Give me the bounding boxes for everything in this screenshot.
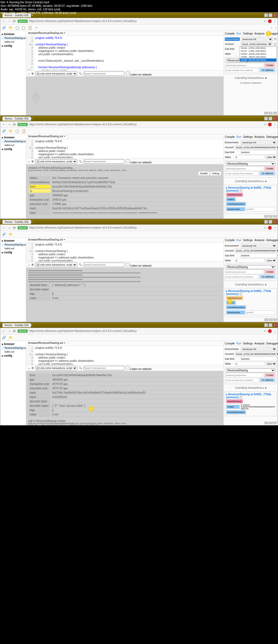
numshareholders-button[interactable]: numShareholders <box>226 410 246 414</box>
search-icon[interactable]: 🔍 <box>79 366 82 369</box>
code-editor[interactable]: pragma solidity ^0.4.8; contract Revenue… <box>34 139 223 158</box>
sidebar-browser[interactable]: ▸ browser <box>1 135 25 139</box>
filter-select[interactable]: [2] only remix transactions, script <box>35 159 77 164</box>
ataddress-button[interactable]: At Address <box>260 171 275 176</box>
load-input[interactable] <box>226 68 258 72</box>
details-button[interactable]: Details <box>198 171 210 176</box>
sidebar-file-ballot[interactable]: ballot.sol <box>1 350 25 354</box>
back-icon[interactable]: ← <box>2 226 6 230</box>
account-select[interactable]: 0xca3...a733c (99.999999999999970590 <box>235 352 278 356</box>
editor-tab[interactable]: browser/RevenueSharing.sol × <box>26 341 68 346</box>
reload-icon[interactable]: ⟳ <box>13 329 16 333</box>
tab-settings[interactable]: Settings <box>243 342 253 345</box>
filter-select[interactable]: [2] only remix transactions, script <box>35 263 77 267</box>
folder-icon[interactable]: 📁 <box>9 26 13 30</box>
tab-run[interactable]: Run <box>236 342 241 345</box>
reload-icon[interactable]: ⟳ <box>13 19 16 23</box>
tab-settings[interactable]: Settings <box>243 239 253 242</box>
listen-label[interactable]: Listen on network <box>126 366 151 371</box>
load-input[interactable] <box>226 171 258 176</box>
env-select[interactable]: JavaScript VM <box>241 37 273 41</box>
sidebar-browser[interactable]: ▸ browser <box>1 32 25 36</box>
extension-icon[interactable] <box>268 19 272 23</box>
minimize-icon[interactable]: – <box>264 13 268 17</box>
listen-label[interactable]: Listen on network <box>126 159 151 164</box>
ataddress-button[interactable]: At Address <box>260 378 275 382</box>
gas-input[interactable] <box>241 253 277 258</box>
create-button[interactable]: Create <box>264 63 275 67</box>
search-icon[interactable]: 🔍 <box>79 263 82 266</box>
account-select[interactable]: 0xca3...a733c (99.999999999999970590 <box>235 145 278 150</box>
reload-icon[interactable]: ⟳ <box>13 122 16 127</box>
terminal-area[interactable] <box>26 76 223 115</box>
menu-icon[interactable]: ⋮ <box>273 226 276 229</box>
back-icon[interactable]: ← <box>2 329 6 333</box>
instance-header[interactable]: ▸ RevenueSharing at 0x692...77b3a (memor… <box>226 186 275 192</box>
forward-icon[interactable]: → <box>7 226 11 230</box>
account-option[interactable]: 0x4b0...4d2db (100 ether) <box>240 52 276 55</box>
link-icon[interactable]: 🔗 <box>2 26 6 30</box>
create-button[interactable]: Create <box>264 373 275 377</box>
creator-button[interactable]: creator <box>226 197 236 201</box>
value-input[interactable] <box>236 362 265 366</box>
extension-icon[interactable] <box>268 226 272 230</box>
close-icon[interactable]: × <box>273 323 277 327</box>
stop-icon[interactable]: ■ <box>265 76 267 79</box>
filter-select[interactable]: [2] only remix transactions, script <box>35 71 77 76</box>
url-text[interactable]: https://remix.ethereum.org/#optimize=fal… <box>29 329 262 332</box>
back-icon[interactable]: ← <box>2 122 6 127</box>
tab-compile[interactable]: Compile <box>225 32 235 35</box>
create-input[interactable] <box>226 373 263 377</box>
ataddress-button[interactable]: At Address <box>260 275 275 279</box>
numshareholders-button[interactable]: numShareholders <box>226 305 246 309</box>
shareholders-input[interactable] <box>246 207 275 211</box>
gas-input[interactable] <box>241 357 277 361</box>
url-text[interactable]: https://remix.ethereum.org/#optimize=fal… <box>29 20 262 23</box>
search-input[interactable] <box>84 263 124 267</box>
value-input[interactable] <box>236 258 265 263</box>
sidebar-file-revenue[interactable]: RevenueSharing.sol <box>1 139 25 143</box>
account-option[interactable]: 0x147...c160c (100 ether) <box>240 49 276 52</box>
env-select[interactable]: JavaScript VM <box>241 244 277 248</box>
maximize-icon[interactable]: □ <box>268 13 272 17</box>
forward-icon[interactable]: → <box>7 19 11 23</box>
tab-analysis[interactable]: Analysis <box>254 342 264 345</box>
code-editor[interactable]: pragma solidity ^0.4.8; contract Revenue… <box>34 346 223 365</box>
sharerevenue-button[interactable]: shareRevenue <box>226 193 243 197</box>
close-icon[interactable]: × <box>273 220 277 224</box>
sidebar-config[interactable]: ▸ config <box>1 250 25 254</box>
value-unit[interactable]: ether <box>266 362 277 366</box>
maximize-icon[interactable]: □ <box>268 220 272 224</box>
tab-run[interactable]: Run <box>236 135 241 138</box>
create-input[interactable] <box>226 63 263 67</box>
value-input[interactable] <box>236 155 265 159</box>
sidebar-file-revenue[interactable]: RevenueSharing.sol <box>1 243 25 247</box>
editor-tab[interactable]: browser/RevenueSharing.sol × <box>26 31 68 36</box>
minimize-icon[interactable]: – <box>264 323 268 327</box>
terminal-area[interactable]: from0xca35b7d915458ef540ade6068dfe2f44e8… <box>26 371 223 425</box>
tab-settings[interactable]: Settings <box>243 32 253 35</box>
search-input[interactable] <box>84 71 124 76</box>
sidebar-config[interactable]: ▸ config <box>1 44 25 48</box>
info-icon[interactable]: ⓘ <box>274 37 277 41</box>
sharerevenue-button[interactable]: shareRevenue <box>226 399 243 403</box>
account-option[interactable]: 0x583...40225 (100 ether) <box>240 55 276 58</box>
browser-tab[interactable]: Remix - Solidity IDE <box>2 220 31 224</box>
reload-icon[interactable]: ⟳ <box>13 226 16 230</box>
tab-analysis[interactable]: Analysis <box>254 32 264 35</box>
tab-debugger[interactable]: Debugger <box>266 135 278 138</box>
code-editor[interactable]: pragma solidity ^0.4.8; contract Revenue… <box>34 36 223 70</box>
create-input[interactable] <box>226 270 263 274</box>
search-icon[interactable]: 🔍 <box>79 160 82 163</box>
account-select[interactable]: 0xca3...a733c (100 ether) <box>241 42 272 46</box>
sidebar-browser[interactable]: ▸ browser <box>1 239 25 243</box>
gas-input[interactable] <box>241 150 277 154</box>
account-option[interactable]: 0xdd8...92148 (100 ether) <box>240 58 276 61</box>
menu-icon[interactable]: ⋮ <box>273 20 276 23</box>
create-input[interactable] <box>226 166 263 171</box>
back-icon[interactable]: ← <box>2 19 6 23</box>
minimize-icon[interactable]: – <box>264 117 268 120</box>
star-icon[interactable]: ☆ <box>264 123 266 126</box>
sidebar-browser[interactable]: ▸ browser <box>1 342 25 346</box>
search-icon[interactable]: 🔍 <box>79 72 82 75</box>
